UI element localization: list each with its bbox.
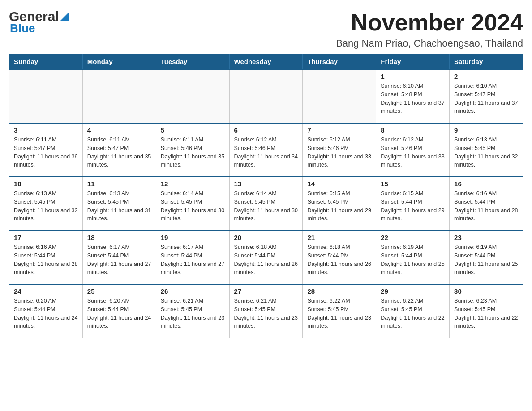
day-number: 5	[161, 126, 225, 134]
day-number: 3	[14, 126, 78, 134]
calendar-cell: 5Sunrise: 6:11 AMSunset: 5:46 PMDaylight…	[156, 123, 229, 177]
day-info: Sunrise: 6:14 AMSunset: 5:45 PMDaylight:…	[161, 189, 225, 223]
day-info: Sunrise: 6:13 AMSunset: 5:45 PMDaylight:…	[87, 189, 151, 223]
svg-marker-0	[60, 13, 69, 21]
day-info: Sunrise: 6:18 AMSunset: 5:44 PMDaylight:…	[307, 243, 371, 277]
calendar-cell: 13Sunrise: 6:14 AMSunset: 5:45 PMDayligh…	[229, 177, 303, 231]
day-number: 9	[454, 126, 518, 134]
calendar-header-thursday: Thursday	[303, 54, 376, 70]
day-number: 1	[381, 73, 445, 80]
day-info: Sunrise: 6:11 AMSunset: 5:46 PMDaylight:…	[161, 136, 225, 169]
calendar-cell: 2Sunrise: 6:10 AMSunset: 5:47 PMDaylight…	[450, 69, 523, 123]
calendar-cell: 3Sunrise: 6:11 AMSunset: 5:47 PMDaylight…	[9, 123, 83, 177]
calendar-cell: 11Sunrise: 6:13 AMSunset: 5:45 PMDayligh…	[82, 177, 156, 231]
day-number: 17	[14, 234, 78, 241]
day-info: Sunrise: 6:12 AMSunset: 5:46 PMDaylight:…	[234, 136, 298, 169]
day-info: Sunrise: 6:22 AMSunset: 5:45 PMDaylight:…	[381, 297, 445, 330]
calendar-cell: 14Sunrise: 6:15 AMSunset: 5:45 PMDayligh…	[303, 177, 376, 231]
calendar-cell: 21Sunrise: 6:18 AMSunset: 5:44 PMDayligh…	[303, 231, 376, 284]
calendar-cell: 1Sunrise: 6:10 AMSunset: 5:48 PMDaylight…	[376, 69, 450, 123]
day-number: 26	[161, 287, 225, 295]
calendar-cell: 16Sunrise: 6:16 AMSunset: 5:44 PMDayligh…	[450, 177, 523, 231]
calendar-cell: 19Sunrise: 6:17 AMSunset: 5:44 PMDayligh…	[156, 231, 229, 284]
day-number: 23	[454, 234, 518, 241]
calendar-cell: 15Sunrise: 6:15 AMSunset: 5:44 PMDayligh…	[376, 177, 450, 231]
calendar-table: SundayMondayTuesdayWednesdayThursdayFrid…	[9, 54, 523, 338]
calendar-header-tuesday: Tuesday	[156, 54, 229, 70]
day-info: Sunrise: 6:13 AMSunset: 5:45 PMDaylight:…	[14, 189, 78, 223]
day-number: 27	[234, 287, 298, 295]
day-number: 2	[454, 73, 518, 80]
calendar-header-monday: Monday	[82, 54, 156, 70]
calendar-header-friday: Friday	[376, 54, 450, 70]
day-info: Sunrise: 6:20 AMSunset: 5:44 PMDaylight:…	[14, 297, 78, 330]
logo-triangle-icon	[60, 13, 69, 22]
calendar-header-wednesday: Wednesday	[229, 54, 303, 70]
day-info: Sunrise: 6:20 AMSunset: 5:44 PMDaylight:…	[87, 297, 151, 330]
day-number: 8	[381, 126, 445, 134]
day-info: Sunrise: 6:21 AMSunset: 5:45 PMDaylight:…	[234, 297, 298, 330]
calendar-cell: 18Sunrise: 6:17 AMSunset: 5:44 PMDayligh…	[82, 231, 156, 284]
day-number: 7	[307, 126, 371, 134]
day-info: Sunrise: 6:12 AMSunset: 5:46 PMDaylight:…	[307, 136, 371, 169]
calendar-cell: 29Sunrise: 6:22 AMSunset: 5:45 PMDayligh…	[376, 284, 450, 338]
calendar-cell: 12Sunrise: 6:14 AMSunset: 5:45 PMDayligh…	[156, 177, 229, 231]
day-number: 20	[234, 234, 298, 241]
calendar-header-sunday: Sunday	[9, 54, 83, 70]
calendar-cell	[303, 69, 376, 123]
calendar-header-row: SundayMondayTuesdayWednesdayThursdayFrid…	[9, 54, 523, 70]
calendar-week-1: 1Sunrise: 6:10 AMSunset: 5:48 PMDaylight…	[9, 69, 523, 123]
day-number: 18	[87, 234, 151, 241]
day-number: 30	[454, 287, 518, 295]
calendar-cell: 23Sunrise: 6:19 AMSunset: 5:44 PMDayligh…	[450, 231, 523, 284]
day-number: 6	[234, 126, 298, 134]
day-number: 10	[14, 180, 78, 188]
calendar-cell	[156, 69, 229, 123]
day-info: Sunrise: 6:15 AMSunset: 5:44 PMDaylight:…	[381, 189, 445, 223]
calendar-cell: 24Sunrise: 6:20 AMSunset: 5:44 PMDayligh…	[9, 284, 83, 338]
day-info: Sunrise: 6:14 AMSunset: 5:45 PMDaylight:…	[234, 189, 298, 223]
day-number: 4	[87, 126, 151, 134]
day-number: 29	[381, 287, 445, 295]
calendar-cell: 6Sunrise: 6:12 AMSunset: 5:46 PMDaylight…	[229, 123, 303, 177]
day-number: 28	[307, 287, 371, 295]
calendar-cell: 22Sunrise: 6:19 AMSunset: 5:44 PMDayligh…	[376, 231, 450, 284]
day-info: Sunrise: 6:10 AMSunset: 5:48 PMDaylight:…	[381, 82, 445, 116]
day-info: Sunrise: 6:23 AMSunset: 5:45 PMDaylight:…	[454, 297, 518, 330]
calendar-week-3: 10Sunrise: 6:13 AMSunset: 5:45 PMDayligh…	[9, 177, 523, 231]
logo: General Blue	[9, 9, 69, 35]
day-info: Sunrise: 6:17 AMSunset: 5:44 PMDaylight:…	[87, 243, 151, 277]
day-info: Sunrise: 6:18 AMSunset: 5:44 PMDaylight:…	[234, 243, 298, 277]
calendar-cell: 9Sunrise: 6:13 AMSunset: 5:45 PMDaylight…	[450, 123, 523, 177]
day-info: Sunrise: 6:16 AMSunset: 5:44 PMDaylight:…	[14, 243, 78, 277]
day-info: Sunrise: 6:21 AMSunset: 5:45 PMDaylight:…	[161, 297, 225, 330]
calendar-cell: 26Sunrise: 6:21 AMSunset: 5:45 PMDayligh…	[156, 284, 229, 338]
day-number: 16	[454, 180, 518, 188]
calendar-cell: 30Sunrise: 6:23 AMSunset: 5:45 PMDayligh…	[450, 284, 523, 338]
calendar-cell: 27Sunrise: 6:21 AMSunset: 5:45 PMDayligh…	[229, 284, 303, 338]
day-number: 11	[87, 180, 151, 188]
day-number: 12	[161, 180, 225, 188]
calendar-week-2: 3Sunrise: 6:11 AMSunset: 5:47 PMDaylight…	[9, 123, 523, 177]
day-number: 21	[307, 234, 371, 241]
day-info: Sunrise: 6:12 AMSunset: 5:46 PMDaylight:…	[381, 136, 445, 169]
calendar-week-4: 17Sunrise: 6:16 AMSunset: 5:44 PMDayligh…	[9, 231, 523, 284]
day-number: 13	[234, 180, 298, 188]
calendar-cell: 20Sunrise: 6:18 AMSunset: 5:44 PMDayligh…	[229, 231, 303, 284]
day-info: Sunrise: 6:15 AMSunset: 5:45 PMDaylight:…	[307, 189, 371, 223]
page-title: November 2024	[336, 9, 523, 36]
day-info: Sunrise: 6:22 AMSunset: 5:45 PMDaylight:…	[307, 297, 371, 330]
day-info: Sunrise: 6:19 AMSunset: 5:44 PMDaylight:…	[454, 243, 518, 277]
calendar-cell: 7Sunrise: 6:12 AMSunset: 5:46 PMDaylight…	[303, 123, 376, 177]
day-number: 14	[307, 180, 371, 188]
logo-blue-text: Blue	[10, 21, 35, 35]
calendar-week-5: 24Sunrise: 6:20 AMSunset: 5:44 PMDayligh…	[9, 284, 523, 338]
day-number: 25	[87, 287, 151, 295]
day-info: Sunrise: 6:16 AMSunset: 5:44 PMDaylight:…	[454, 189, 518, 223]
calendar-cell: 4Sunrise: 6:11 AMSunset: 5:47 PMDaylight…	[82, 123, 156, 177]
day-info: Sunrise: 6:10 AMSunset: 5:47 PMDaylight:…	[454, 82, 518, 116]
calendar-cell: 28Sunrise: 6:22 AMSunset: 5:45 PMDayligh…	[303, 284, 376, 338]
day-info: Sunrise: 6:19 AMSunset: 5:44 PMDaylight:…	[381, 243, 445, 277]
title-area: November 2024 Bang Nam Priao, Chachoengs…	[336, 9, 523, 49]
calendar-cell	[9, 69, 83, 123]
